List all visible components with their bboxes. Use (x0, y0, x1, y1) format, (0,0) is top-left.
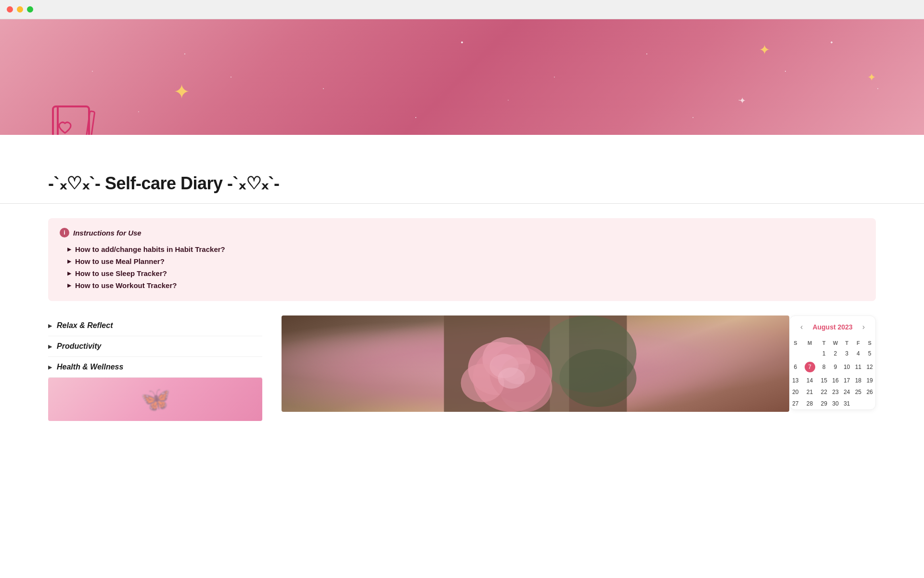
calendar-day-cell[interactable]: 6 (790, 359, 801, 375)
hero-banner: ✦ ✦ ✦ ✦ (0, 19, 924, 135)
calendar-day-cell[interactable]: 3 (841, 348, 853, 359)
nav-label-productivity: Productivity (57, 342, 101, 351)
instruction-item-3[interactable]: How to use Sleep Tracker? (67, 267, 864, 279)
calendar-day-cell[interactable]: 12 (864, 359, 875, 375)
minimize-button[interactable] (17, 6, 23, 13)
calendar-day-cell[interactable]: 26 (864, 386, 875, 398)
nav-item-health[interactable]: ▶ Health & Wellness (48, 357, 262, 378)
calendar-day-cell[interactable]: 10 (841, 359, 853, 375)
calendar-day-cell[interactable]: 27 (790, 398, 801, 409)
calendar-day-cell[interactable]: 21 (801, 386, 819, 398)
calendar-week-row: 20212223242526 (790, 386, 875, 398)
weekday-s2: S (864, 338, 875, 348)
star-decoration-2: ✦ (759, 43, 770, 57)
calendar-day-cell[interactable]: 16 (830, 375, 841, 386)
page-title-area: -`ₓ♡ₓ`- Self-care Diary -`ₓ♡ₓ`- (0, 135, 924, 204)
calendar-day-cell[interactable]: 4 (852, 348, 864, 359)
info-icon: i (60, 228, 69, 237)
diary-icon (48, 99, 106, 135)
calendar-day-cell[interactable]: 30 (830, 398, 841, 409)
preview-thumbnail: 🦋 (48, 378, 262, 421)
svg-rect-15 (550, 315, 569, 412)
title-deco-right: -`ₓ♡ₓ`- (223, 173, 280, 193)
page-title: -`ₓ♡ₓ`- Self-care Diary -`ₓ♡ₓ`- (48, 173, 876, 194)
calendar-day-cell[interactable]: 28 (801, 398, 819, 409)
instructions-title: Instructions for Use (73, 229, 141, 237)
weekday-m: M (801, 338, 819, 348)
weekday-w: W (830, 338, 841, 348)
weekday-s1: S (790, 338, 801, 348)
calendar-day-cell[interactable]: 2 (830, 348, 841, 359)
calendar-day-cell[interactable]: 14 (801, 375, 819, 386)
calendar-day-cell (864, 398, 875, 409)
calendar-day-cell (852, 398, 864, 409)
nav-label-relax: Relax & Reflect (57, 321, 113, 330)
instruction-item-2[interactable]: How to use Meal Planner? (67, 255, 864, 267)
calendar-body: 1234567891011121314151617181920212223242… (790, 348, 875, 409)
instruction-item-1[interactable]: How to add/change habits in Habit Tracke… (67, 243, 864, 255)
calendar-day-cell[interactable]: 29 (818, 398, 830, 409)
star-decoration-3: ✦ (867, 72, 876, 83)
nav-arrow-3: ▶ (48, 364, 52, 370)
weekday-t1: T (818, 338, 830, 348)
calendar-month-label: August 2023 (812, 323, 852, 331)
calendar-day-cell[interactable]: 25 (852, 386, 864, 398)
calendar-prev-button[interactable]: ‹ (797, 322, 806, 332)
calendar-day-cell (801, 348, 819, 359)
nav-item-relax[interactable]: ▶ Relax & Reflect (48, 315, 262, 336)
flower-image (282, 315, 789, 412)
nav-arrow-2: ▶ (48, 343, 52, 350)
calendar-week-row: 2728293031 (790, 398, 875, 409)
calendar-widget: ‹ August 2023 › S M T W T F S 1234567891… (789, 315, 876, 410)
calendar-day-cell[interactable]: 11 (852, 359, 864, 375)
instructions-block: i Instructions for Use How to add/change… (48, 218, 876, 301)
calendar-day-cell (790, 348, 801, 359)
calendar-day-cell[interactable]: 7 (801, 359, 819, 375)
calendar-day-cell[interactable]: 31 (841, 398, 853, 409)
calendar-header: ‹ August 2023 › (790, 316, 875, 338)
star-decoration-1: ✦ (173, 82, 190, 102)
calendar-day-cell[interactable]: 24 (841, 386, 853, 398)
calendar-week-row: 12345 (790, 348, 875, 359)
calendar-week-row: 6789101112 (790, 359, 875, 375)
svg-point-5 (560, 349, 637, 407)
calendar-next-button[interactable]: › (860, 322, 868, 332)
svg-point-14 (498, 368, 525, 389)
calendar-day-cell[interactable]: 15 (818, 375, 830, 386)
calendar-weekday-row: S M T W T F S (790, 338, 875, 348)
title-deco-left: -`ₓ♡ₓ`- (48, 173, 105, 193)
calendar-day-cell[interactable]: 19 (864, 375, 875, 386)
close-button[interactable] (7, 6, 13, 13)
calendar-day-cell[interactable]: 20 (790, 386, 801, 398)
calendar-week-row: 13141516171819 (790, 375, 875, 386)
calendar-day-cell[interactable]: 8 (818, 359, 830, 375)
nav-column: ▶ Relax & Reflect ▶ Productivity ▶ Healt… (48, 315, 272, 421)
maximize-button[interactable] (27, 6, 33, 13)
instructions-header: i Instructions for Use (60, 228, 864, 237)
nav-item-productivity[interactable]: ▶ Productivity (48, 336, 262, 357)
calendar-day-cell[interactable]: 18 (852, 375, 864, 386)
calendar-day-cell[interactable]: 22 (818, 386, 830, 398)
nav-label-health: Health & Wellness (57, 363, 123, 371)
calendar-day-cell[interactable]: 9 (830, 359, 841, 375)
instructions-list: How to add/change habits in Habit Tracke… (60, 243, 864, 291)
star-decoration-4: ✦ (739, 96, 746, 105)
calendar-day-cell[interactable]: 5 (864, 348, 875, 359)
butterfly-icon: 🦋 (141, 385, 170, 413)
weekday-t2: T (841, 338, 853, 348)
calendar-day-cell[interactable]: 23 (830, 386, 841, 398)
title-main: Self-care Diary (105, 173, 223, 193)
calendar-day-cell[interactable]: 13 (790, 375, 801, 386)
calendar-day-cell[interactable]: 1 (818, 348, 830, 359)
titlebar (0, 0, 924, 19)
calendar-day-cell[interactable]: 17 (841, 375, 853, 386)
main-content-grid: ▶ Relax & Reflect ▶ Productivity ▶ Healt… (48, 315, 876, 421)
weekday-f: F (852, 338, 864, 348)
instruction-item-4[interactable]: How to use Workout Tracker? (67, 279, 864, 291)
calendar-grid: S M T W T F S 12345678910111213141516171… (790, 338, 875, 409)
nav-arrow-1: ▶ (48, 323, 52, 329)
